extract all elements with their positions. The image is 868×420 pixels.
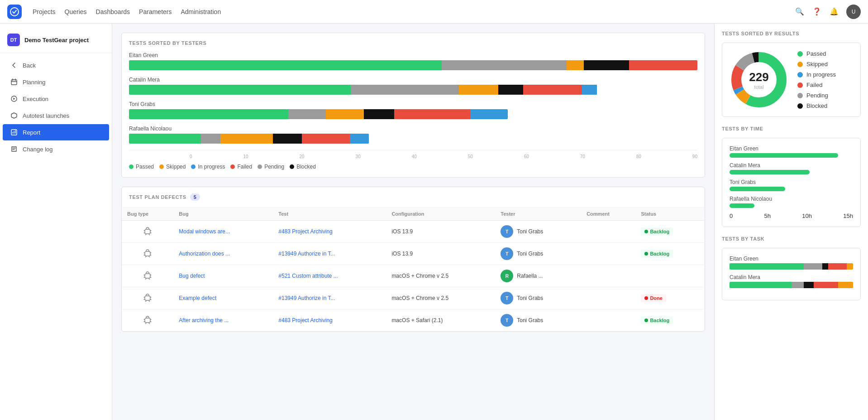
layout: DT Demo TestGear project Back Planning (0, 24, 868, 420)
autotest-icon (10, 111, 18, 120)
user-avatar[interactable]: U (846, 5, 861, 19)
bar-segment (129, 134, 201, 144)
tester-avatar: T (501, 247, 513, 260)
cell-bug-type (122, 221, 173, 243)
status-dot (644, 252, 648, 256)
cell-bug[interactable]: After archiving the ... (173, 309, 273, 332)
nav-administration[interactable]: Administration (181, 6, 221, 17)
sidebar-item-planning[interactable]: Planning (3, 74, 109, 90)
table-row: After archiving the ...#483 Project Arch… (122, 309, 705, 332)
bar-group (129, 134, 369, 144)
sidebar-item-execution[interactable]: Execution (3, 91, 109, 107)
bar-segment (273, 134, 302, 144)
nav-projects[interactable]: Projects (33, 6, 56, 17)
main-content: TESTS SORTED BY TESTERS Eitan GreenCatal… (112, 24, 714, 420)
cell-test[interactable]: #483 Project Archiving (273, 309, 386, 332)
cell-test[interactable]: #13949 Authorize in T... (273, 287, 386, 309)
table-row: Modal windows are...#483 Project Archivi… (122, 221, 705, 243)
cell-test[interactable]: #483 Project Archiving (273, 221, 386, 243)
sidebar-item-autotest[interactable]: Autotest launches (3, 107, 109, 124)
help-icon[interactable]: ❓ (812, 7, 822, 17)
task-bar-segment (822, 263, 829, 270)
time-axis-10h: 10h (802, 212, 812, 219)
legend-label: Failed (237, 164, 252, 170)
bar-segment (394, 109, 470, 119)
donut-center: 229 total (749, 70, 768, 90)
nav-parameters[interactable]: Parameters (139, 6, 172, 17)
chart-legend: PassedSkippedIn progressFailedPendingBlo… (129, 164, 697, 170)
legend-item: Passed (129, 164, 154, 170)
bug-link[interactable]: Bug defect (179, 273, 205, 279)
cell-bug[interactable]: Authorization does ... (173, 243, 273, 265)
legend-dot (129, 164, 134, 169)
test-link[interactable]: #521 Custom attribute ... (278, 273, 338, 279)
cell-bug-type (122, 243, 173, 265)
results-card: 229 total PassedSkippedIn progressFailed… (722, 43, 861, 117)
cell-tester: T Toni Grabs (495, 243, 581, 265)
bug-link[interactable]: Example defect (179, 295, 216, 301)
cell-config: iOS 13.9 (386, 221, 495, 243)
donut-chart: 229 total (730, 50, 788, 109)
sidebar-item-back[interactable]: Back (3, 57, 109, 73)
cell-status (635, 265, 705, 287)
results-dot (797, 93, 803, 98)
search-icon[interactable]: 🔍 (795, 7, 805, 17)
task-bar-segment (804, 263, 822, 270)
app-logo[interactable] (7, 5, 22, 19)
bug-icon (143, 227, 152, 235)
cell-bug[interactable]: Bug defect (173, 265, 273, 287)
cell-config: macOS + Safari (2.1) (386, 309, 495, 332)
results-dot (797, 51, 803, 57)
bar-segment (351, 85, 459, 95)
axis-90: 90 (692, 154, 697, 159)
cell-bug[interactable]: Modal windows are... (173, 221, 273, 243)
defects-table-scroll[interactable]: Bug type Bug Test Configuration Tester C… (122, 208, 705, 331)
results-legend-item: Passed (797, 50, 836, 57)
time-tester-name: Eitan Green (730, 145, 853, 152)
cell-comment (581, 287, 635, 309)
bug-link[interactable]: Modal windows are... (179, 228, 230, 235)
time-axis: 0 5h 10h 15h (730, 212, 853, 219)
cell-tester: T Toni Grabs (495, 309, 581, 332)
tester-avatar: T (501, 225, 513, 238)
nav-dashboards[interactable]: Dashboards (96, 6, 130, 17)
axis-20: 20 (300, 154, 305, 159)
bar-segment (582, 85, 597, 95)
time-axis-5h: 5h (764, 212, 771, 219)
back-icon (10, 61, 18, 69)
bug-link[interactable]: After archiving the ... (179, 317, 229, 323)
nav-queries[interactable]: Queries (65, 6, 87, 17)
task-bar-group (730, 263, 853, 270)
sidebar-item-changelog[interactable]: Change log (3, 141, 109, 157)
cell-tester: T Toni Grabs (495, 287, 581, 309)
status-badge: Backlog (641, 227, 673, 236)
cell-test[interactable]: #521 Custom attribute ... (273, 265, 386, 287)
tester-name: Rafaella ... (517, 273, 543, 279)
bar-segment (498, 85, 523, 95)
svg-rect-7 (145, 296, 150, 300)
time-tester-name: Toni Grabs (730, 179, 853, 185)
results-dot (797, 62, 803, 67)
bar-segment (442, 60, 567, 70)
notifications-icon[interactable]: 🔔 (829, 7, 839, 17)
test-link[interactable]: #483 Project Archiving (278, 317, 332, 323)
donut-total: 229 (749, 70, 768, 84)
status-dot (644, 319, 648, 322)
bar-segment (129, 85, 351, 95)
test-link[interactable]: #483 Project Archiving (278, 228, 332, 235)
col-bug: Bug (173, 208, 273, 221)
task-bar-segment (847, 263, 853, 270)
tester-avatar: T (501, 314, 513, 327)
test-link[interactable]: #13949 Authorize in T... (278, 295, 335, 301)
sidebar-item-report[interactable]: Report (3, 124, 109, 140)
sidebar-item-label: Execution (23, 96, 48, 102)
results-dot (797, 103, 803, 109)
cell-bug[interactable]: Example defect (173, 287, 273, 309)
test-link[interactable]: #13949 Authorize in T... (278, 251, 335, 257)
bug-link[interactable]: Authorization does ... (179, 251, 230, 257)
execution-icon (10, 95, 18, 103)
bug-icon (143, 271, 152, 280)
legend-item: Failed (230, 164, 252, 170)
cell-test[interactable]: #13949 Authorize in T... (273, 243, 386, 265)
status-dot (644, 230, 648, 233)
